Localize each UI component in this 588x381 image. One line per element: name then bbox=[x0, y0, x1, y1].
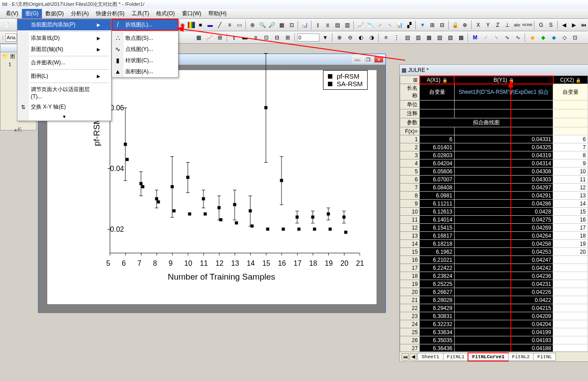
btn[interactable]: 📈 bbox=[204, 33, 214, 42]
menu-item[interactable]: 图(G) bbox=[22, 9, 42, 18]
menu-item[interactable]: 添加直线(D)▶ bbox=[17, 33, 111, 44]
tab-nav-first[interactable]: ⏮ bbox=[402, 353, 409, 360]
cell[interactable]: 0.04188 bbox=[454, 344, 553, 352]
cell[interactable]: 0.04204 bbox=[454, 320, 553, 328]
cell[interactable]: 18 bbox=[553, 232, 588, 240]
cell[interactable]: 0.04231 bbox=[454, 280, 553, 288]
data-point[interactable] bbox=[344, 230, 348, 234]
btn[interactable]: ▶ bbox=[569, 20, 578, 30]
cell[interactable]: 0.04275 bbox=[454, 216, 553, 224]
cell[interactable] bbox=[553, 320, 588, 328]
collapse-icon[interactable]: ▴ 长 bbox=[0, 126, 36, 133]
cell[interactable] bbox=[553, 264, 588, 272]
data-point[interactable] bbox=[235, 222, 238, 225]
column-header[interactable]: B(Y1) 🔒 bbox=[454, 76, 553, 84]
cell[interactable]: 6.21021 bbox=[420, 256, 455, 264]
cell[interactable]: 0.04291 bbox=[454, 192, 553, 200]
row-number[interactable]: 8 bbox=[400, 192, 420, 200]
cell[interactable]: 6.33634 bbox=[420, 328, 455, 336]
row-number[interactable]: 16 bbox=[400, 256, 420, 264]
btn[interactable]: ▨ bbox=[445, 33, 455, 42]
cell[interactable]: 6.01401 bbox=[420, 143, 455, 151]
menu-item[interactable]: 帮助(H) bbox=[205, 9, 230, 18]
data-point[interactable] bbox=[298, 227, 301, 230]
plot-area[interactable] bbox=[110, 84, 360, 253]
data-point[interactable] bbox=[219, 218, 223, 222]
data-point[interactable] bbox=[343, 215, 346, 218]
cell[interactable]: 0.04209 bbox=[454, 312, 553, 320]
btn[interactable]: ⟋ bbox=[481, 33, 491, 42]
btn[interactable]: ▬ bbox=[206, 20, 215, 30]
cell[interactable]: 6.36436 bbox=[420, 344, 455, 352]
cell[interactable]: 0.04193 bbox=[454, 336, 553, 344]
btn[interactable]: G bbox=[537, 20, 546, 30]
btn[interactable]: ▥ bbox=[343, 20, 352, 30]
data-point[interactable] bbox=[124, 142, 127, 146]
cell[interactable]: 0.04331 bbox=[454, 135, 553, 143]
row-label[interactable]: F(x)= bbox=[400, 127, 420, 135]
row-number[interactable]: 12 bbox=[400, 224, 420, 232]
submenu-item[interactable]: ▮柱状图(C)... bbox=[112, 55, 178, 66]
btn[interactable]: Y bbox=[484, 20, 493, 30]
cell[interactable]: 0.04258 bbox=[454, 240, 553, 248]
btn[interactable]: ▬ bbox=[240, 33, 250, 42]
btn[interactable]: ⊕ bbox=[460, 20, 469, 30]
font-dropdown[interactable] bbox=[5, 33, 17, 42]
data-point[interactable] bbox=[282, 227, 285, 230]
btn[interactable]: ⊡ bbox=[570, 33, 580, 42]
cell[interactable]: 6.25225 bbox=[420, 280, 455, 288]
row-number[interactable]: 7 bbox=[400, 184, 420, 192]
btn[interactable]: ⊟ bbox=[272, 33, 282, 42]
row-number[interactable]: 27 bbox=[400, 344, 420, 352]
cell[interactable]: 6 bbox=[553, 135, 588, 143]
btn[interactable]: ⏮ bbox=[579, 20, 588, 30]
row-number[interactable]: 1 bbox=[400, 135, 420, 143]
cell[interactable]: 0.04286 bbox=[454, 200, 553, 208]
cell[interactable]: 0.04253 bbox=[454, 248, 553, 256]
cell[interactable]: 6.02803 bbox=[420, 151, 455, 159]
cell[interactable]: 9 bbox=[553, 159, 588, 167]
data-point[interactable] bbox=[157, 200, 160, 203]
cell[interactable]: 6.14014 bbox=[420, 216, 455, 224]
btn[interactable]: M bbox=[470, 33, 480, 42]
btn[interactable]: ⊡ bbox=[261, 33, 271, 42]
column-header[interactable]: A(X1) 🔒 bbox=[420, 76, 455, 84]
btn[interactable]: ⊖ bbox=[345, 33, 355, 42]
btn[interactable]: ▩ bbox=[456, 33, 466, 42]
btn[interactable]: ⊥ bbox=[503, 20, 512, 30]
tab-nav-prev[interactable]: ◀ bbox=[410, 353, 417, 360]
cell[interactable]: 19 bbox=[553, 240, 588, 248]
menu-item[interactable]: 工具(T) bbox=[128, 9, 153, 18]
btn[interactable]: ⟋ bbox=[376, 20, 385, 30]
btn[interactable]: ⊞ bbox=[283, 33, 293, 42]
btn[interactable]: ▧ bbox=[435, 33, 444, 42]
cell[interactable]: 7 bbox=[553, 143, 588, 151]
menu-item[interactable]: 格式(O) bbox=[153, 9, 178, 18]
row-label[interactable]: 单位 bbox=[400, 100, 420, 109]
btn[interactable]: X bbox=[474, 20, 483, 30]
btn[interactable]: ▤ bbox=[402, 33, 412, 42]
btn[interactable]: ⋮ bbox=[392, 33, 402, 42]
menu-item[interactable]: 调节页面大小以适应图层(T)... bbox=[17, 84, 111, 101]
menu-item[interactable]: 分析(A) bbox=[67, 9, 92, 18]
cell[interactable] bbox=[553, 272, 588, 280]
row-number[interactable]: 25 bbox=[400, 328, 420, 336]
toolbar-icon[interactable]: 📄 bbox=[2, 20, 11, 30]
row-number[interactable]: 4 bbox=[400, 159, 420, 167]
data-point[interactable] bbox=[327, 212, 330, 215]
cell[interactable]: 6.22422 bbox=[420, 264, 455, 272]
cell[interactable]: 6.07007 bbox=[420, 176, 455, 184]
data-point[interactable] bbox=[266, 227, 269, 230]
data-point[interactable] bbox=[202, 197, 205, 200]
btn[interactable]: ▦ bbox=[277, 20, 286, 30]
row-number[interactable]: 14 bbox=[400, 240, 420, 248]
cell[interactable] bbox=[553, 288, 588, 296]
row-number[interactable]: 18 bbox=[400, 272, 420, 280]
btn[interactable]: ⫿ bbox=[314, 20, 323, 30]
menu-item[interactable]: 合并图表(W)... bbox=[17, 57, 111, 68]
data-point[interactable] bbox=[173, 209, 176, 213]
row-number[interactable]: 20 bbox=[400, 288, 420, 296]
y-axis-label[interactable]: pf-RSM bbox=[92, 117, 102, 146]
row-number[interactable]: 2 bbox=[400, 143, 420, 151]
cell[interactable] bbox=[553, 280, 588, 288]
